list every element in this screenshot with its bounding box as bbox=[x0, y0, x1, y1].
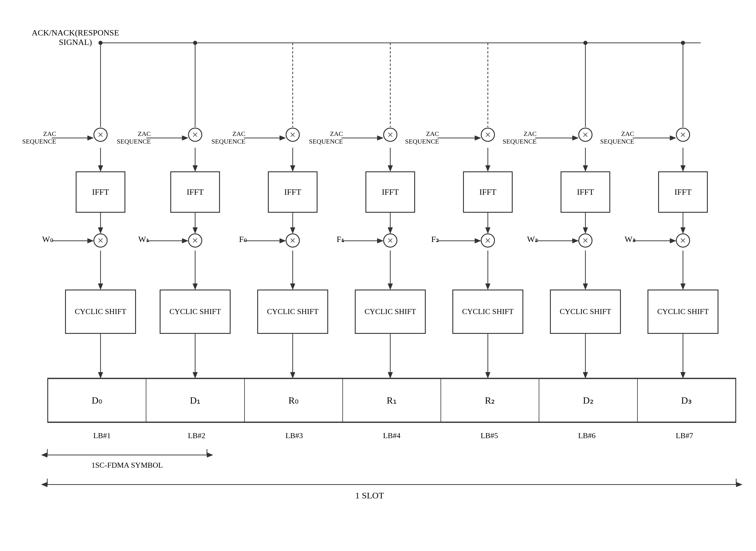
lb-label-4: LB#4 bbox=[362, 431, 421, 440]
svg-marker-100 bbox=[207, 453, 213, 457]
cyclic-shift-box-4: CYCLIC SHIFT bbox=[355, 290, 426, 334]
svg-marker-75 bbox=[388, 284, 393, 290]
svg-marker-79 bbox=[583, 284, 588, 290]
lb-label-1: LB#1 bbox=[72, 431, 132, 440]
ifft-box-5: IFFT bbox=[463, 171, 513, 213]
sc-fdma-label: 1SC-FDMA SYMBOL bbox=[38, 461, 216, 470]
svg-marker-31 bbox=[290, 165, 295, 171]
multiplier-bot-7: × bbox=[676, 233, 690, 247]
svg-marker-67 bbox=[670, 238, 676, 243]
output-r2: R₂ bbox=[441, 379, 539, 422]
svg-marker-95 bbox=[681, 372, 685, 378]
ifft-box-4: IFFT bbox=[365, 171, 415, 213]
svg-marker-59 bbox=[280, 238, 286, 243]
output-d2: D₂ bbox=[539, 379, 638, 422]
svg-marker-47 bbox=[388, 227, 393, 233]
weight-label-5: F₂ bbox=[407, 234, 439, 244]
cyclic-shift-box-5: CYCLIC SHIFT bbox=[452, 290, 523, 334]
svg-marker-49 bbox=[485, 227, 490, 233]
svg-marker-69 bbox=[98, 284, 103, 290]
svg-marker-13 bbox=[87, 136, 93, 140]
multiplier-top-1: × bbox=[93, 128, 107, 142]
zac-label-6: ZACSEQUENCE bbox=[498, 130, 537, 145]
output-r0: R₀ bbox=[245, 379, 343, 422]
svg-marker-77 bbox=[485, 284, 490, 290]
svg-marker-73 bbox=[290, 284, 295, 290]
svg-marker-105 bbox=[736, 482, 742, 487]
zac-label-2: ZACSEQUENCE bbox=[112, 130, 151, 145]
multiplier-top-2: × bbox=[188, 128, 202, 142]
weight-label-4: F₁ bbox=[309, 234, 344, 244]
svg-point-10 bbox=[583, 41, 587, 45]
lb-label-5: LB#5 bbox=[460, 431, 519, 440]
weight-label-1: W₀ bbox=[18, 234, 53, 244]
svg-marker-51 bbox=[583, 227, 588, 233]
svg-marker-87 bbox=[290, 372, 295, 378]
header-label: ACK/NACK(RESPONSE SIGNAL) bbox=[24, 28, 127, 47]
output-d1: D₁ bbox=[146, 379, 245, 422]
multiplier-top-4: × bbox=[383, 128, 398, 142]
zac-label-1: ZACSEQUENCE bbox=[18, 130, 56, 145]
lb-label-3: LB#3 bbox=[265, 431, 324, 440]
svg-marker-91 bbox=[485, 372, 490, 378]
zac-label-5: ZACSEQUENCE bbox=[401, 130, 439, 145]
svg-marker-19 bbox=[377, 136, 383, 140]
zac-label-4: ZACSEQUENCE bbox=[304, 130, 343, 145]
multiplier-top-6: × bbox=[578, 128, 592, 142]
ifft-box-7: IFFT bbox=[658, 171, 708, 213]
multiplier-bot-6: × bbox=[578, 233, 592, 247]
svg-marker-99 bbox=[41, 453, 47, 457]
weight-label-3: F₀ bbox=[211, 234, 247, 244]
svg-point-9 bbox=[193, 41, 197, 45]
svg-marker-57 bbox=[182, 238, 188, 243]
output-d3: D₃ bbox=[638, 379, 735, 422]
ifft-box-1: IFFT bbox=[76, 171, 125, 213]
slot-label: 1 SLOT bbox=[266, 490, 473, 501]
svg-marker-39 bbox=[681, 165, 685, 171]
svg-marker-43 bbox=[193, 227, 198, 233]
output-d0: D₀ bbox=[48, 379, 146, 422]
weight-label-2: W₁ bbox=[114, 234, 149, 244]
svg-marker-23 bbox=[572, 136, 578, 140]
multiplier-top-7: × bbox=[676, 128, 690, 142]
svg-marker-15 bbox=[182, 136, 188, 140]
output-row: D₀ D₁ R₀ R₁ R₂ D₂ D₃ bbox=[47, 378, 736, 423]
svg-marker-35 bbox=[485, 165, 490, 171]
svg-marker-65 bbox=[572, 238, 578, 243]
svg-marker-85 bbox=[193, 372, 198, 378]
lb-label-7: LB#7 bbox=[655, 431, 714, 440]
zac-label-3: ZACSEQUENCE bbox=[207, 130, 245, 145]
multiplier-bot-4: × bbox=[383, 233, 398, 247]
lb-label-6: LB#6 bbox=[557, 431, 616, 440]
svg-marker-17 bbox=[280, 136, 286, 140]
ifft-box-3: IFFT bbox=[268, 171, 317, 213]
svg-marker-41 bbox=[98, 227, 103, 233]
svg-marker-21 bbox=[475, 136, 481, 140]
svg-point-11 bbox=[681, 41, 685, 45]
svg-marker-37 bbox=[583, 165, 588, 171]
ifft-box-2: IFFT bbox=[170, 171, 220, 213]
multiplier-bot-3: × bbox=[286, 233, 300, 247]
svg-marker-63 bbox=[475, 238, 481, 243]
svg-marker-61 bbox=[377, 238, 383, 243]
cyclic-shift-box-6: CYCLIC SHIFT bbox=[550, 290, 621, 334]
svg-marker-53 bbox=[681, 227, 685, 233]
weight-label-6: W₂ bbox=[503, 234, 538, 244]
svg-marker-27 bbox=[98, 165, 103, 171]
ifft-box-6: IFFT bbox=[560, 171, 610, 213]
weight-label-7: W₃ bbox=[600, 234, 636, 244]
svg-marker-93 bbox=[583, 372, 588, 378]
svg-marker-33 bbox=[388, 165, 393, 171]
multiplier-bot-2: × bbox=[188, 233, 202, 247]
svg-marker-81 bbox=[681, 284, 685, 290]
cyclic-shift-box-7: CYCLIC SHIFT bbox=[648, 290, 719, 334]
multiplier-top-3: × bbox=[286, 128, 300, 142]
svg-marker-45 bbox=[290, 227, 295, 233]
multiplier-top-5: × bbox=[481, 128, 495, 142]
svg-marker-104 bbox=[41, 482, 47, 487]
cyclic-shift-box-2: CYCLIC SHIFT bbox=[160, 290, 231, 334]
multiplier-bot-1: × bbox=[93, 233, 107, 247]
multiplier-bot-5: × bbox=[481, 233, 495, 247]
svg-marker-83 bbox=[98, 372, 103, 378]
zac-label-7: ZACSEQUENCE bbox=[596, 130, 634, 145]
